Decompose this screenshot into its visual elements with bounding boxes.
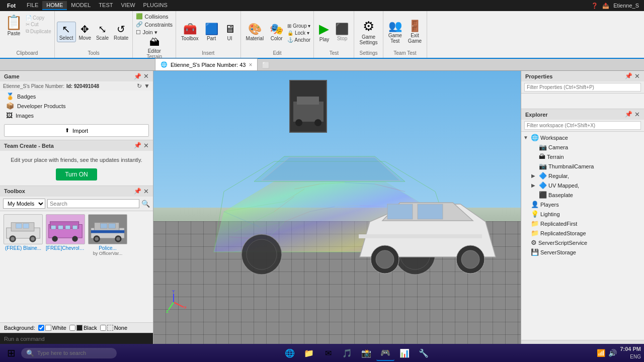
- taskbar-app-4[interactable]: 📸: [357, 345, 375, 361]
- badges-item[interactable]: 🏅 Badges: [0, 92, 153, 101]
- explorer-close[interactable]: ✕: [634, 111, 640, 118]
- explorer-replicated-first[interactable]: 📁 ReplicatedFirst: [521, 219, 644, 228]
- team-create-pin[interactable]: 📌: [134, 142, 141, 149]
- explorer-regular[interactable]: ▶ 🔷 Regular,: [521, 171, 644, 180]
- explorer-camera[interactable]: 📷 Camera: [521, 142, 644, 152]
- explorer-server-storage[interactable]: 💾 ServerStorage: [521, 247, 644, 257]
- game-test-btn[interactable]: 👥 Game Test: [386, 19, 404, 45]
- game-panel-close[interactable]: ✕: [143, 72, 149, 80]
- paste-btn[interactable]: 📋 Paste: [3, 13, 25, 37]
- explorer-baseplate[interactable]: ⬛ Baseplate: [521, 190, 644, 200]
- properties-pin[interactable]: 📌: [625, 72, 632, 80]
- taskbar: ⊞ 🔍 🌐 📁 ✉ 🎵 📸 🎮 📊 🔧 📶 🔊 7:04 PM ENG: [0, 344, 644, 362]
- explorer-thumbnail-camera[interactable]: 📷 ThumbnailCamera: [521, 161, 644, 171]
- taskbar-app-2[interactable]: ✉: [319, 345, 337, 361]
- explorer-lighting[interactable]: 💡 Lighting: [521, 209, 644, 219]
- menu-view[interactable]: VIEW: [117, 1, 139, 10]
- move-btn[interactable]: ✥ Move: [77, 22, 93, 42]
- part-btn[interactable]: 🟦 Part: [203, 22, 220, 42]
- scale-btn[interactable]: ⤡ Scale: [94, 22, 111, 42]
- properties-filter-input[interactable]: [524, 83, 641, 92]
- toolbox-search-input[interactable]: [47, 199, 139, 208]
- menu-test[interactable]: TEST: [95, 1, 117, 10]
- taskbar-app-3[interactable]: 🎵: [338, 345, 356, 361]
- anchor-btn[interactable]: ⚓ Anchor: [287, 37, 310, 43]
- explorer-server-script[interactable]: ⚙ ServerScriptService: [521, 238, 644, 247]
- toolbox-item-2-name: Police...: [88, 245, 127, 251]
- viewport-tab-close[interactable]: ×: [249, 61, 252, 68]
- bg-white-option[interactable]: White: [38, 325, 66, 331]
- menu-model[interactable]: MODEL: [67, 1, 95, 10]
- explorer-uvmapped[interactable]: ▶ 🔷 UV Mapped,: [521, 180, 644, 190]
- toolbox-category-select[interactable]: My Models: [3, 199, 45, 209]
- material-btn[interactable]: 🎨 Material: [244, 22, 266, 42]
- group-btn[interactable]: ⊞ Group ▾: [287, 23, 310, 29]
- rotate-btn[interactable]: ↺ Rotate: [112, 22, 130, 42]
- explorer-filter-input[interactable]: [524, 121, 641, 130]
- svg-rect-6: [16, 224, 22, 229]
- tray-time[interactable]: 7:04 PM ENG: [620, 345, 641, 360]
- exit-game-btn[interactable]: 🚪 Exit Game: [406, 19, 424, 45]
- menu-plugins[interactable]: PLUGINS: [139, 1, 172, 10]
- images-item[interactable]: 🖼 Images: [0, 111, 153, 120]
- import-btn[interactable]: ⬆ Import: [4, 124, 149, 137]
- lock-btn[interactable]: 🔒 Lock ▾: [287, 30, 310, 36]
- terrain-editor-btn[interactable]: 🏔 Editor: [136, 37, 173, 54]
- explorer-players[interactable]: 👤 Players: [521, 200, 644, 209]
- toolbox-search-btn[interactable]: 🔍: [141, 200, 150, 208]
- taskbar-app-0[interactable]: 🌐: [281, 345, 299, 361]
- play-btn[interactable]: ▶ Play: [317, 20, 331, 43]
- collisions-btn[interactable]: 🟩 Collisions: [136, 13, 173, 20]
- share-icon[interactable]: 📤: [602, 3, 609, 9]
- help-icon[interactable]: ❓: [591, 3, 598, 9]
- toolbox-item-2[interactable]: Police... by OfficerVar...: [88, 214, 128, 320]
- taskbar-app-1[interactable]: 📁: [300, 345, 318, 361]
- volume-icon[interactable]: 🔊: [608, 349, 617, 357]
- ui-btn[interactable]: 🖥 UI: [222, 22, 237, 42]
- toolbox-close[interactable]: ✕: [143, 188, 149, 195]
- explorer-workspace[interactable]: ▼ 🌐 Workspace: [521, 133, 644, 142]
- explorer-pin[interactable]: 📌: [625, 111, 632, 118]
- taskbar-app-7[interactable]: 🔧: [415, 345, 433, 361]
- taskbar-apps: 🌐 📁 ✉ 🎵 📸 🎮 📊 🔧: [119, 345, 595, 361]
- start-btn[interactable]: ⊞: [3, 345, 19, 361]
- join-btn[interactable]: ☐ Join ▾: [136, 29, 173, 36]
- svg-line-66: [169, 302, 174, 310]
- properties-close[interactable]: ✕: [634, 72, 640, 80]
- explorer-replicated-storage[interactable]: 📁 ReplicatedStorage: [521, 228, 644, 238]
- select-btn[interactable]: ↖ Select: [57, 22, 76, 42]
- toolbox-item-0[interactable]: (FREE) Blaine...: [3, 214, 43, 320]
- svg-text:X: X: [184, 305, 186, 310]
- taskbar-search-area[interactable]: 🔍: [21, 348, 117, 358]
- constraints-btn[interactable]: 🔗 Constraints: [136, 21, 173, 28]
- toolbox-pin[interactable]: 📌: [134, 188, 141, 195]
- command-bar[interactable]: [0, 333, 153, 344]
- svg-rect-64: [359, 234, 482, 238]
- bg-none-option[interactable]: None: [100, 325, 127, 331]
- team-create-close[interactable]: ✕: [143, 142, 149, 149]
- network-icon[interactable]: 📶: [597, 349, 605, 357]
- toolbox-btn[interactable]: 🧰 Toolbox: [179, 22, 200, 42]
- game-settings-btn[interactable]: ⚙ Game Settings: [357, 18, 379, 46]
- stop-btn[interactable]: ⬛ Stop: [333, 22, 351, 42]
- taskbar-search-input[interactable]: [37, 350, 108, 356]
- command-input[interactable]: [4, 336, 149, 342]
- toolbox-item-1[interactable]: [FREE]Chevrolet...: [45, 214, 86, 320]
- turn-on-btn[interactable]: Turn ON: [56, 168, 97, 180]
- menu-home[interactable]: HOME: [42, 1, 67, 10]
- color-btn[interactable]: 🎭 Color: [268, 22, 285, 42]
- menu-file[interactable]: FILE: [23, 1, 42, 10]
- viewport-tab[interactable]: 🌐 Etienne_S's Place Number: 43 ×: [155, 58, 258, 70]
- game-panel-pin[interactable]: 📌: [134, 73, 141, 80]
- bg-black-option[interactable]: Black: [69, 325, 97, 331]
- copy-btn: 📄Copy: [26, 15, 51, 21]
- toolbox-item-1-name: [FREE]Chevrolet...: [46, 245, 85, 251]
- explorer-terrain[interactable]: 🏔 Terrain: [521, 152, 644, 161]
- viewport-expand-btn[interactable]: ⬜: [260, 60, 272, 70]
- game-refresh-icon[interactable]: ↻: [137, 82, 142, 89]
- game-scroll-down[interactable]: ▼: [144, 82, 150, 89]
- taskbar-app-6[interactable]: 📊: [395, 345, 414, 361]
- taskbar-app-5[interactable]: 🎮: [376, 345, 394, 361]
- dev-products-item[interactable]: 📦 Developer Products: [0, 101, 153, 111]
- team-create-header: Team Create - Beta 📌 ✕: [0, 140, 153, 151]
